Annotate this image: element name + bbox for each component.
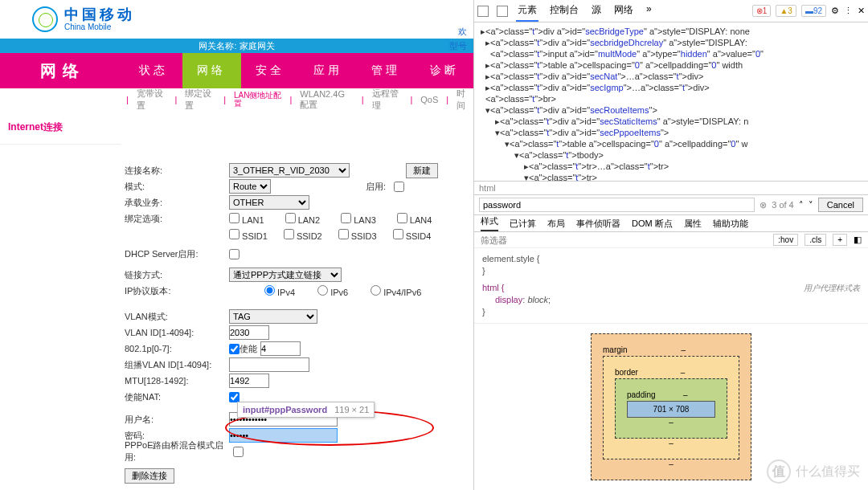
china-mobile-logo-icon	[32, 6, 58, 32]
gateway-label: 网关名称:	[199, 41, 236, 51]
ip-label: IP协议版本:	[125, 285, 229, 297]
main-nav: 网络 状态 网络 安全 应用 管理 诊断	[0, 53, 473, 88]
tab-dom-bp[interactable]: DOM 断点	[632, 218, 673, 230]
lan4-checkbox[interactable]	[397, 213, 407, 223]
ssid4-checkbox[interactable]	[393, 229, 403, 239]
brand-en: China Mobile	[64, 22, 135, 31]
tab-more[interactable]: »	[645, 0, 653, 22]
vlanid-input[interactable]	[229, 325, 269, 340]
tab-sources[interactable]: 源	[590, 0, 603, 22]
welcome-text: 欢	[458, 26, 467, 38]
tooltip-dim: 119 × 21	[334, 405, 369, 414]
nav-manage[interactable]: 管理	[357, 53, 415, 88]
more-icon[interactable]: ⋮	[844, 6, 853, 16]
lan2-checkbox[interactable]	[285, 213, 296, 223]
content-size: 701 × 708	[627, 401, 715, 418]
mode-select[interactable]: Route	[229, 179, 271, 194]
ipv4-radio[interactable]	[264, 285, 275, 296]
nav-diag[interactable]: 诊断	[416, 53, 473, 88]
search-count: 3 of 4	[772, 200, 794, 210]
tab-a11y[interactable]: 辅助功能	[713, 218, 748, 230]
hov-button[interactable]: :hov	[773, 234, 798, 246]
sub-wlan[interactable]: WLAN2.4G配置	[298, 89, 355, 111]
search-bar: ⊗ 3 of 4 ˄ ˅ Cancel	[474, 195, 868, 215]
tab-computed[interactable]: 已计算	[510, 218, 536, 230]
user-label: 用户名:	[125, 414, 229, 426]
sub-time[interactable]: 时间	[455, 88, 473, 112]
tab-listeners[interactable]: 事件侦听器	[576, 218, 620, 230]
nat-label: 使能NAT:	[125, 391, 229, 403]
mcast-input[interactable]	[229, 357, 309, 372]
pppoe-checkbox[interactable]	[233, 447, 244, 457]
mtu-input[interactable]	[229, 374, 269, 388]
conn-name-select[interactable]: 3_OTHER_R_VID_2030	[229, 163, 350, 178]
sidebar-internet[interactable]: Internet连接	[0, 111, 121, 145]
vlan-select[interactable]: TAG	[229, 309, 317, 324]
prev-icon[interactable]: ˄	[799, 200, 804, 210]
8021p-label: 802.1p[0-7]:	[125, 344, 229, 353]
vlanid-label: VLAN ID[1-4094]:	[125, 328, 229, 337]
8021p-input[interactable]	[260, 341, 301, 356]
tab-network[interactable]: 网络	[612, 0, 635, 22]
header: 中国移动 China Mobile	[0, 0, 473, 39]
sub-bind[interactable]: 绑定设置	[183, 88, 217, 112]
css-rules[interactable]: element.style { } html { 用户代理样式表 display…	[474, 248, 868, 324]
search-input[interactable]	[479, 198, 755, 212]
device-icon[interactable]	[497, 6, 508, 17]
devtools-panel: 元素 控制台 源 网络 » ⊗1 ▲3 ▬92 ⚙ ⋮ ✕ ▸<a">class…	[474, 0, 868, 490]
enable-checkbox[interactable]	[394, 182, 404, 192]
mcast-label: 组播VLAN ID[1-4094]:	[125, 359, 229, 371]
padding-label: padding	[627, 390, 656, 399]
router-admin-panel: 中国移动 China Mobile 欢 网关名称: 家庭网关 型号 网络 状态 …	[0, 0, 474, 490]
link-select[interactable]: 通过PPP方式建立链接	[229, 267, 342, 282]
dhcp-checkbox[interactable]	[229, 249, 240, 259]
sidebar-toggle-icon[interactable]: ◧	[854, 235, 862, 245]
password-input[interactable]	[229, 428, 338, 443]
mtu-label: MTU[128-1492]:	[125, 376, 229, 386]
tab-console[interactable]: 控制台	[548, 0, 580, 22]
ipv46-radio[interactable]	[371, 285, 381, 296]
inspect-icon[interactable]	[477, 6, 489, 17]
lan1-checkbox[interactable]	[229, 213, 240, 223]
nav-title: 网络	[0, 53, 125, 88]
sub-remote[interactable]: 远程管理	[371, 88, 404, 112]
service-select[interactable]: OTHER	[229, 195, 309, 210]
dom-tree[interactable]: ▸<a">class="t">div a">id="secBridgeType"…	[474, 22, 868, 182]
sub-broadband[interactable]: 宽带设置	[135, 88, 169, 112]
margin-label: margin	[603, 345, 628, 354]
clear-icon[interactable]: ⊗	[760, 200, 767, 210]
ssid3-checkbox[interactable]	[338, 229, 349, 239]
new-button[interactable]: 新建	[406, 163, 438, 178]
tab-props[interactable]: 属性	[684, 218, 702, 230]
ssid2-checkbox[interactable]	[284, 229, 294, 239]
bind-label: 绑定选项:	[125, 213, 229, 225]
8021p-checkbox[interactable]	[229, 344, 240, 354]
connection-form: 连接名称: 3_OTHER_R_VID_2030 新建 模式: Route 启用…	[125, 129, 470, 484]
add-rule-button[interactable]: +	[833, 234, 847, 246]
ipv6-radio[interactable]	[317, 285, 328, 296]
brand: 中国移动 China Mobile	[64, 7, 135, 32]
nav-status[interactable]: 状态	[125, 53, 182, 88]
tab-elements[interactable]: 元素	[516, 0, 538, 22]
ssid1-checkbox[interactable]	[229, 229, 240, 239]
model-label: 型号	[449, 39, 467, 53]
sub-lan[interactable]: LAN侧地址配置	[232, 92, 284, 108]
watermark: 值 什么值得买	[767, 459, 860, 484]
filter-input[interactable]	[481, 235, 767, 245]
nav-app[interactable]: 应用	[299, 53, 357, 88]
nav-network[interactable]: 网络	[182, 53, 240, 88]
lan3-checkbox[interactable]	[341, 213, 351, 223]
sub-qos[interactable]: QoS	[419, 95, 440, 104]
nat-checkbox[interactable]	[229, 392, 240, 402]
tab-layout[interactable]: 布局	[547, 218, 565, 230]
enable-label: 启用:	[366, 181, 386, 193]
breadcrumb[interactable]: html	[474, 182, 868, 195]
gear-icon[interactable]: ⚙	[831, 6, 839, 16]
delete-button[interactable]: 删除连接	[125, 468, 174, 484]
cancel-button[interactable]: Cancel	[818, 198, 863, 212]
nav-security[interactable]: 安全	[241, 53, 299, 88]
cls-button[interactable]: .cls	[805, 234, 826, 246]
tab-styles[interactable]: 样式	[481, 215, 498, 231]
close-icon[interactable]: ✕	[858, 6, 865, 16]
next-icon[interactable]: ˅	[809, 200, 813, 210]
